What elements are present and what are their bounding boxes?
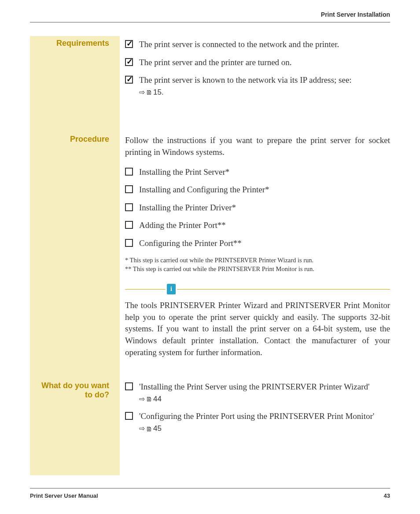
requirement-text: The print server and the printer are tur… bbox=[139, 57, 390, 69]
step-text: Installing and Configuring the Printer* bbox=[139, 184, 390, 196]
requirement-text: The print server is known to the network… bbox=[139, 74, 390, 98]
arrow-right-icon: ⇨ bbox=[139, 394, 145, 404]
footnote-1: * This step is carried out while the PRI… bbox=[125, 256, 390, 264]
procedure-intro: Follow the instructions if you want to p… bbox=[125, 135, 390, 158]
procedure-step: Installing and Configuring the Printer* bbox=[125, 184, 390, 196]
procedure-body: Follow the instructions if you want to p… bbox=[125, 135, 390, 358]
whattodo-item: 'Installing the Print Server using the P… bbox=[125, 381, 390, 404]
empty-box-icon bbox=[125, 185, 133, 193]
checked-box-icon bbox=[125, 40, 133, 48]
requirement-item: The print server is known to the network… bbox=[125, 74, 390, 98]
label-line1: What do you want bbox=[41, 381, 109, 390]
empty-box-icon bbox=[125, 382, 133, 390]
page-reference[interactable]: ⇨🗎44 bbox=[139, 394, 162, 404]
footnotes: * This step is carried out while the PRI… bbox=[125, 256, 390, 274]
header-title: Print Server Installation bbox=[321, 11, 390, 18]
document-icon: 🗎 bbox=[146, 424, 152, 433]
whattodo-text: 'Installing the Print Server using the P… bbox=[139, 381, 390, 404]
page-reference[interactable]: ⇨🗎15. bbox=[139, 87, 164, 98]
arrow-right-icon: ⇨ bbox=[139, 424, 145, 433]
footer-right: 43 bbox=[384, 492, 390, 499]
step-text: Adding the Printer Port** bbox=[139, 220, 390, 231]
footer-rule bbox=[30, 488, 390, 488]
step-text: Configuring the Printer Port** bbox=[139, 238, 390, 250]
requirement-text: The print server is connected to the net… bbox=[139, 39, 390, 51]
label-procedure: Procedure bbox=[30, 135, 113, 144]
page-ref-number: 15. bbox=[153, 87, 164, 98]
spacer bbox=[30, 104, 390, 135]
header-rule bbox=[30, 22, 390, 22]
whattodo-body: 'Installing the Print Server using the P… bbox=[125, 381, 390, 440]
empty-box-icon bbox=[125, 221, 133, 229]
info-text: The tools PRINTSERVER Printer Wizard and… bbox=[125, 300, 390, 358]
document-icon: 🗎 bbox=[146, 88, 152, 97]
procedure-step: Installing the Printer Driver* bbox=[125, 202, 390, 214]
label-whattodo: What do you want to do? bbox=[30, 381, 113, 400]
whattodo-text-inline: 'Configuring the Printer Port using the … bbox=[139, 411, 374, 421]
checked-box-icon bbox=[125, 58, 133, 66]
whattodo-item: 'Configuring the Printer Port using the … bbox=[125, 411, 390, 434]
checked-box-icon bbox=[125, 76, 133, 84]
procedure-step: Adding the Printer Port** bbox=[125, 220, 390, 231]
requirement-item: The print server is connected to the net… bbox=[125, 39, 390, 51]
footnote-2: ** This step is carried out while the PR… bbox=[125, 264, 390, 273]
spacer bbox=[30, 358, 390, 381]
document-icon: 🗎 bbox=[146, 394, 152, 404]
procedure-step: Installing the Print Server* bbox=[125, 166, 390, 178]
divider-line bbox=[177, 289, 390, 290]
empty-box-icon bbox=[125, 168, 133, 176]
empty-box-icon bbox=[125, 412, 133, 420]
step-text: Installing the Print Server* bbox=[139, 166, 390, 178]
requirements-body: The print server is connected to the net… bbox=[125, 39, 390, 104]
empty-box-icon bbox=[125, 239, 133, 247]
section-whattodo: What do you want to do? 'Installing the … bbox=[30, 381, 390, 440]
step-text: Installing the Printer Driver* bbox=[139, 202, 390, 214]
page-content: Requirements The print server is connect… bbox=[30, 36, 390, 440]
divider-line bbox=[125, 289, 166, 290]
page-footer: Print Server User Manual 43 bbox=[30, 492, 390, 499]
requirement-item: The print server and the printer are tur… bbox=[125, 57, 390, 69]
footer-left: Print Server User Manual bbox=[30, 492, 98, 499]
empty-box-icon bbox=[125, 203, 133, 211]
arrow-right-icon: ⇨ bbox=[139, 88, 145, 97]
page-ref-number: 44 bbox=[153, 394, 162, 404]
procedure-step: Configuring the Printer Port** bbox=[125, 238, 390, 250]
info-divider: i bbox=[125, 284, 390, 294]
label-line2: to do? bbox=[85, 390, 109, 399]
section-procedure: Procedure Follow the instructions if you… bbox=[30, 135, 390, 358]
whattodo-text: 'Configuring the Printer Port using the … bbox=[139, 411, 390, 434]
info-icon: i bbox=[167, 284, 176, 294]
requirement-text-inline: The print server is known to the network… bbox=[139, 75, 352, 84]
section-requirements: Requirements The print server is connect… bbox=[30, 36, 390, 104]
page-reference[interactable]: ⇨🗎45 bbox=[139, 423, 162, 434]
page-ref-number: 45 bbox=[153, 423, 162, 434]
label-requirements: Requirements bbox=[30, 39, 113, 48]
whattodo-text-inline: 'Installing the Print Server using the P… bbox=[139, 382, 369, 391]
